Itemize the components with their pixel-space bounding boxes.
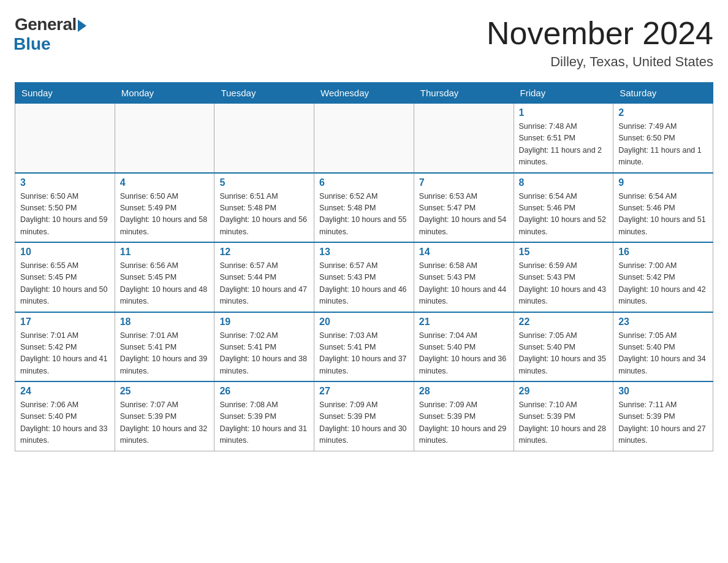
day-number: 16 bbox=[618, 247, 708, 258]
calendar-cell: 28Sunrise: 7:09 AM Sunset: 5:39 PM Dayli… bbox=[414, 381, 514, 451]
day-number: 28 bbox=[419, 386, 509, 397]
day-number: 10 bbox=[20, 247, 110, 258]
calendar-cell: 22Sunrise: 7:05 AM Sunset: 5:40 PM Dayli… bbox=[514, 312, 613, 382]
day-number: 1 bbox=[519, 107, 609, 118]
day-number: 11 bbox=[120, 247, 210, 258]
calendar-cell bbox=[414, 104, 514, 173]
calendar-cell: 29Sunrise: 7:10 AM Sunset: 5:39 PM Dayli… bbox=[514, 381, 613, 451]
day-info: Sunrise: 7:07 AM Sunset: 5:39 PM Dayligh… bbox=[120, 399, 210, 447]
calendar-cell bbox=[15, 104, 115, 173]
calendar-cell: 12Sunrise: 6:57 AM Sunset: 5:44 PM Dayli… bbox=[214, 242, 314, 312]
calendar-cell: 16Sunrise: 7:00 AM Sunset: 5:42 PM Dayli… bbox=[613, 242, 713, 312]
calendar-cell: 6Sunrise: 6:52 AM Sunset: 5:48 PM Daylig… bbox=[314, 173, 414, 243]
calendar-header-friday: Friday bbox=[514, 83, 613, 104]
day-info: Sunrise: 6:53 AM Sunset: 5:47 PM Dayligh… bbox=[419, 191, 509, 239]
logo-arrow-icon bbox=[78, 20, 86, 32]
day-number: 19 bbox=[219, 316, 309, 327]
calendar-header-tuesday: Tuesday bbox=[214, 83, 314, 104]
day-info: Sunrise: 6:55 AM Sunset: 5:45 PM Dayligh… bbox=[20, 260, 110, 308]
calendar-cell: 24Sunrise: 7:06 AM Sunset: 5:40 PM Dayli… bbox=[15, 381, 115, 451]
calendar-header-sunday: Sunday bbox=[15, 83, 115, 104]
calendar-cell: 17Sunrise: 7:01 AM Sunset: 5:42 PM Dayli… bbox=[15, 312, 115, 382]
day-number: 15 bbox=[519, 247, 609, 258]
logo-blue-text: Blue bbox=[13, 34, 51, 54]
calendar-cell: 5Sunrise: 6:51 AM Sunset: 5:48 PM Daylig… bbox=[214, 173, 314, 243]
calendar-cell: 9Sunrise: 6:54 AM Sunset: 5:46 PM Daylig… bbox=[613, 173, 713, 243]
calendar-header-thursday: Thursday bbox=[414, 83, 514, 104]
day-number: 9 bbox=[618, 177, 708, 188]
calendar-cell: 18Sunrise: 7:01 AM Sunset: 5:41 PM Dayli… bbox=[115, 312, 214, 382]
calendar-cell: 25Sunrise: 7:07 AM Sunset: 5:39 PM Dayli… bbox=[115, 381, 214, 451]
day-number: 21 bbox=[419, 316, 509, 327]
day-number: 18 bbox=[120, 316, 210, 327]
calendar-cell: 10Sunrise: 6:55 AM Sunset: 5:45 PM Dayli… bbox=[15, 242, 115, 312]
calendar-cell: 20Sunrise: 7:03 AM Sunset: 5:41 PM Dayli… bbox=[314, 312, 414, 382]
day-info: Sunrise: 7:04 AM Sunset: 5:40 PM Dayligh… bbox=[419, 330, 509, 378]
day-number: 3 bbox=[20, 177, 110, 188]
day-info: Sunrise: 6:59 AM Sunset: 5:43 PM Dayligh… bbox=[519, 260, 609, 308]
day-info: Sunrise: 6:57 AM Sunset: 5:43 PM Dayligh… bbox=[319, 260, 409, 308]
day-number: 30 bbox=[618, 386, 708, 397]
day-info: Sunrise: 7:03 AM Sunset: 5:41 PM Dayligh… bbox=[319, 330, 409, 378]
calendar-cell: 26Sunrise: 7:08 AM Sunset: 5:39 PM Dayli… bbox=[214, 381, 314, 451]
day-info: Sunrise: 7:05 AM Sunset: 5:40 PM Dayligh… bbox=[519, 330, 609, 378]
calendar-cell: 23Sunrise: 7:05 AM Sunset: 5:40 PM Dayli… bbox=[613, 312, 713, 382]
calendar-cell: 3Sunrise: 6:50 AM Sunset: 5:50 PM Daylig… bbox=[15, 173, 115, 243]
calendar-table: SundayMondayTuesdayWednesdayThursdayFrid… bbox=[15, 82, 713, 451]
day-info: Sunrise: 7:01 AM Sunset: 5:41 PM Dayligh… bbox=[120, 330, 210, 378]
day-info: Sunrise: 6:50 AM Sunset: 5:50 PM Dayligh… bbox=[20, 191, 110, 239]
calendar-cell: 30Sunrise: 7:11 AM Sunset: 5:39 PM Dayli… bbox=[613, 381, 713, 451]
calendar-cell: 7Sunrise: 6:53 AM Sunset: 5:47 PM Daylig… bbox=[414, 173, 514, 243]
calendar-week-row: 24Sunrise: 7:06 AM Sunset: 5:40 PM Dayli… bbox=[15, 381, 713, 451]
day-number: 24 bbox=[20, 386, 110, 397]
calendar-cell: 1Sunrise: 7:48 AM Sunset: 6:51 PM Daylig… bbox=[514, 104, 613, 173]
day-info: Sunrise: 6:54 AM Sunset: 5:46 PM Dayligh… bbox=[519, 191, 609, 239]
calendar-cell: 11Sunrise: 6:56 AM Sunset: 5:45 PM Dayli… bbox=[115, 242, 214, 312]
day-info: Sunrise: 7:11 AM Sunset: 5:39 PM Dayligh… bbox=[618, 399, 708, 447]
calendar-cell: 2Sunrise: 7:49 AM Sunset: 6:50 PM Daylig… bbox=[613, 104, 713, 173]
calendar-cell: 14Sunrise: 6:58 AM Sunset: 5:43 PM Dayli… bbox=[414, 242, 514, 312]
day-number: 2 bbox=[618, 107, 708, 118]
day-number: 20 bbox=[319, 316, 409, 327]
calendar-week-row: 3Sunrise: 6:50 AM Sunset: 5:50 PM Daylig… bbox=[15, 173, 713, 243]
day-number: 8 bbox=[519, 177, 609, 188]
calendar-cell: 27Sunrise: 7:09 AM Sunset: 5:39 PM Dayli… bbox=[314, 381, 414, 451]
day-number: 6 bbox=[319, 177, 409, 188]
day-number: 5 bbox=[219, 177, 309, 188]
day-info: Sunrise: 6:50 AM Sunset: 5:49 PM Dayligh… bbox=[120, 191, 210, 239]
calendar-header-saturday: Saturday bbox=[613, 83, 713, 104]
location-title: Dilley, Texas, United States bbox=[487, 54, 713, 70]
day-info: Sunrise: 7:06 AM Sunset: 5:40 PM Dayligh… bbox=[20, 399, 110, 447]
calendar-cell: 19Sunrise: 7:02 AM Sunset: 5:41 PM Dayli… bbox=[214, 312, 314, 382]
calendar-week-row: 1Sunrise: 7:48 AM Sunset: 6:51 PM Daylig… bbox=[15, 104, 713, 173]
month-title: November 2024 bbox=[487, 15, 713, 52]
day-number: 25 bbox=[120, 386, 210, 397]
calendar-header-monday: Monday bbox=[115, 83, 214, 104]
page-header: General Blue November 2024 Dilley, Texas… bbox=[15, 15, 713, 70]
day-number: 29 bbox=[519, 386, 609, 397]
day-number: 14 bbox=[419, 247, 509, 258]
day-info: Sunrise: 7:02 AM Sunset: 5:41 PM Dayligh… bbox=[219, 330, 309, 378]
calendar-header-row: SundayMondayTuesdayWednesdayThursdayFrid… bbox=[15, 83, 713, 104]
day-number: 27 bbox=[319, 386, 409, 397]
logo: General Blue bbox=[15, 15, 86, 54]
day-info: Sunrise: 7:00 AM Sunset: 5:42 PM Dayligh… bbox=[618, 260, 708, 308]
day-number: 22 bbox=[519, 316, 609, 327]
day-info: Sunrise: 6:57 AM Sunset: 5:44 PM Dayligh… bbox=[219, 260, 309, 308]
day-info: Sunrise: 7:48 AM Sunset: 6:51 PM Dayligh… bbox=[519, 121, 609, 169]
day-info: Sunrise: 6:58 AM Sunset: 5:43 PM Dayligh… bbox=[419, 260, 509, 308]
day-number: 4 bbox=[120, 177, 210, 188]
day-number: 7 bbox=[419, 177, 509, 188]
day-number: 12 bbox=[219, 247, 309, 258]
day-info: Sunrise: 7:10 AM Sunset: 5:39 PM Dayligh… bbox=[519, 399, 609, 447]
day-info: Sunrise: 6:52 AM Sunset: 5:48 PM Dayligh… bbox=[319, 191, 409, 239]
calendar-week-row: 10Sunrise: 6:55 AM Sunset: 5:45 PM Dayli… bbox=[15, 242, 713, 312]
calendar-cell: 15Sunrise: 6:59 AM Sunset: 5:43 PM Dayli… bbox=[514, 242, 613, 312]
day-info: Sunrise: 7:09 AM Sunset: 5:39 PM Dayligh… bbox=[319, 399, 409, 447]
calendar-cell: 4Sunrise: 6:50 AM Sunset: 5:49 PM Daylig… bbox=[115, 173, 214, 243]
day-number: 23 bbox=[618, 316, 708, 327]
day-info: Sunrise: 7:09 AM Sunset: 5:39 PM Dayligh… bbox=[419, 399, 509, 447]
day-info: Sunrise: 6:54 AM Sunset: 5:46 PM Dayligh… bbox=[618, 191, 708, 239]
calendar-header-wednesday: Wednesday bbox=[314, 83, 414, 104]
calendar-week-row: 17Sunrise: 7:01 AM Sunset: 5:42 PM Dayli… bbox=[15, 312, 713, 382]
